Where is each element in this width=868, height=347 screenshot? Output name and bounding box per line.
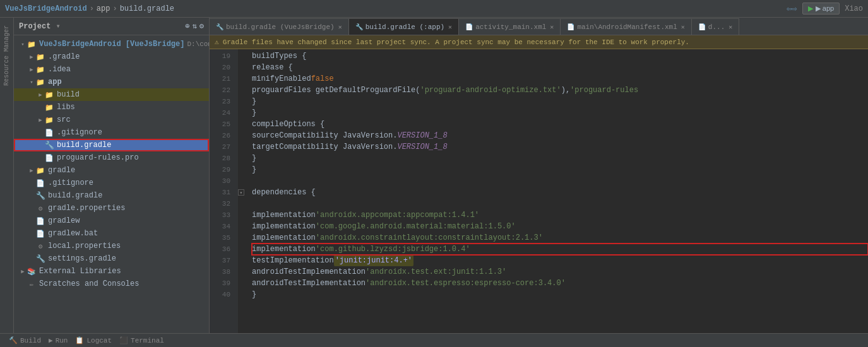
warning-bar: ⚠ Gradle files have changed since last p… [210,35,868,49]
ln-32: 32 [210,198,234,209]
bottom-logcat[interactable]: 📋 Logcat [71,334,116,347]
tree-src[interactable]: ▶ 📁 src [14,114,209,126]
tree-idea[interactable]: ▶ 📁 .idea [14,63,209,76]
tab-app-close[interactable]: ✕ [448,23,452,31]
tree-proguard[interactable]: 📄 proguard-rules.pro [14,151,209,164]
tree-gradle-hidden[interactable]: ▶ 📁 .gradle [14,50,209,63]
ln-21: 21 [210,73,234,85]
run-label-bottom: Run [56,337,68,344]
build-gradle-root-icon: 🔧 [35,191,45,201]
sep1: › [90,4,94,13]
tab-activity-main[interactable]: 📄 activity_main.xml ✕ [459,18,561,35]
tab-manifest-icon: 📄 [567,23,574,31]
project-dropdown-icon[interactable]: ▾ [56,21,60,31]
editor-area: 🔧 build.gradle (VueJsBridge) ✕ 🔧 build.g… [210,18,868,333]
terminal-label: Terminal [131,337,164,344]
tree-app[interactable]: ▾ 📁 app [14,76,209,88]
tab-activity-close[interactable]: ✕ [550,23,554,31]
bottom-build[interactable]: 🔨 Build [5,334,45,347]
tab-vue-close[interactable]: ✕ [338,23,342,31]
tree-gitignore-root[interactable]: 📄 .gitignore [14,177,209,189]
ln-36: 36 [210,244,234,255]
scratches-icon: ✏ [27,279,37,289]
gradlew-arrow [28,217,35,225]
code-line-33: implementation 'androidx.appcompat:appco… [252,209,868,221]
bottom-panel: 🔨 Build ▶ Run 📋 Logcat ⬛ Terminal [0,333,868,347]
code-line-32 [252,198,868,209]
code-line-28: } [252,153,868,164]
settings-icon[interactable]: ⚙ [199,21,204,31]
code-line-23: } [252,96,868,107]
code-line-35: implementation 'androidx.constraintlayou… [252,232,868,244]
tree-gradle-properties[interactable]: ⚙ gradle.properties [14,202,209,215]
tree-external-libs[interactable]: ▶ 📚 External Libraries [14,265,209,278]
gitignore-app-icon: 📄 [44,127,54,138]
sort-icon[interactable]: ⇅ [193,21,197,31]
tab-manifest-close[interactable]: ✕ [681,23,685,31]
ln-31: 31 [210,187,234,198]
build-gradle-app-arrow [37,141,44,149]
ln-25: 25 [210,119,234,130]
src-arrow: ▶ [37,116,44,124]
tree-build[interactable]: ▶ 📁 build [14,88,209,101]
code-content[interactable]: buildTypes { release { minifyEnabled fal… [247,49,868,333]
logcat-label: Logcat [86,337,112,344]
build-gradle-root-arrow [28,192,35,199]
code-editor[interactable]: 19 20 21 22 23 24 25 26 27 28 29 30 31 3… [210,49,868,333]
root-name: VueJsBridgeAndroid [VueJsBridge] [39,40,184,49]
tree-scratches[interactable]: ✏ Scratches and Consoles [14,278,209,290]
ln-24: 24 [210,107,234,119]
tree-gradle-dir[interactable]: ▶ 📁 gradle [14,164,209,177]
tree-gradlew-bat[interactable]: 📄 gradlew.bat [14,227,209,240]
tree-root[interactable]: ▾ 📁 VueJsBridgeAndroid [VueJsBridge] D:\… [14,38,209,50]
code-line-22: proguardFiles getDefaultProguardFile('pr… [252,85,868,96]
fold-btn-31[interactable]: ▾ [238,189,244,196]
run-icon-bottom: ▶ [49,336,53,344]
fold-gutter: ▾ [238,49,247,333]
sep2: › [112,4,117,13]
tree-settings-gradle[interactable]: 🔧 settings.gradle [14,252,209,265]
root-path: D:\company\me\JsBridge\VueJsBridgeAndroi… [187,40,209,48]
bottom-run[interactable]: ▶ Run [45,334,71,347]
root-arrow: ▾ [19,40,27,48]
code-line-21: minifyEnabled false [252,73,868,85]
code-line-34: implementation 'com.google.android.mater… [252,221,868,232]
app-title: app [97,4,110,13]
tab-activity-icon: 📄 [465,23,473,31]
gitignore-app-arrow [37,129,44,136]
ln-19: 19 [210,50,234,62]
ln-30: 30 [210,175,234,187]
tab-extra-close[interactable]: ✕ [728,23,732,31]
gitignore-root-name: .gitignore [48,179,93,187]
ln-34: 34 [210,221,234,232]
run-icon: ▶ [808,4,813,13]
code-line-30 [252,175,868,187]
tree-gitignore-app[interactable]: 📄 .gitignore [14,126,209,139]
warning-text: Gradle files have changed since last pro… [223,38,689,46]
local-properties-icon: ⚙ [35,241,45,251]
local-properties-arrow [28,242,35,250]
tab-build-gradle-app[interactable]: 🔧 build.gradle (:app) ✕ [349,18,459,35]
logcat-icon: 📋 [75,336,84,344]
gradle-hidden-icon: 📁 [35,52,45,62]
add-icon[interactable]: ⊕ [185,21,189,31]
ln-28: 28 [210,153,234,164]
gradle-properties-arrow [28,204,35,212]
tree-gradlew[interactable]: 📄 gradlew [14,215,209,227]
external-libs-icon: 📚 [27,266,37,276]
ln-37: 37 [210,255,234,266]
tree-build-gradle-root[interactable]: 🔧 build.gradle [14,189,209,202]
tab-build-gradle-vue[interactable]: 🔧 build.gradle (VueJsBridge) ✕ [210,18,349,35]
tree-libs[interactable]: 📁 libs [14,101,209,114]
tree-build-gradle-app[interactable]: 🔧 build.gradle [14,139,209,151]
build-gradle-app-name: build.gradle [57,141,111,150]
src-icon: 📁 [44,115,54,125]
tab-extra[interactable]: 📄 d... ✕ [692,18,739,35]
code-line-20: release { [252,62,868,73]
build-icon: 📁 [44,90,54,100]
run-button[interactable]: ▶ ▶ app [802,3,840,15]
tab-manifest[interactable]: 📄 main\AndroidManifest.xml ✕ [561,18,691,35]
bottom-terminal[interactable]: ⬛ Terminal [116,334,168,347]
tree-local-properties[interactable]: ⚙ local.properties [14,240,209,252]
code-line-29: } [252,164,868,175]
